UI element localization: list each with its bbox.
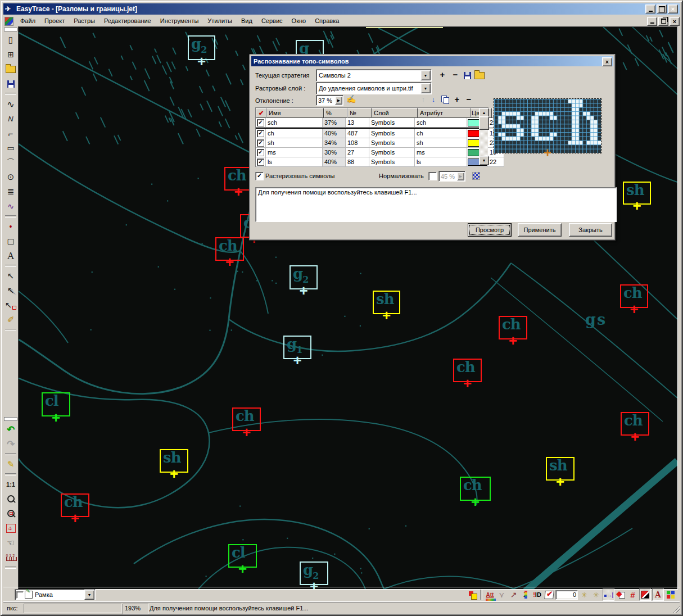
normalize-checkbox[interactable] <box>428 172 437 180</box>
symbol-marker-ch[interactable]: ch+ <box>215 237 244 261</box>
normalize-spinner[interactable]: 45 % ▶ <box>438 171 465 182</box>
style-brush-icon[interactable]: ✐ <box>4 313 17 327</box>
symbol-marker-ch[interactable]: ch+ <box>499 316 527 339</box>
maximize-button[interactable] <box>657 4 667 13</box>
step-line-tool-icon[interactable]: ⌐ <box>4 126 17 140</box>
symbol-marker-sh[interactable]: sh+ <box>160 449 188 473</box>
table-row[interactable]: ✓ls40%88Symbolsls22 <box>256 157 488 167</box>
symbol-marker-ch[interactable]: ch+ <box>61 493 89 517</box>
cell-count[interactable]: 88 <box>346 157 369 167</box>
cell-attribute[interactable]: ch <box>415 129 467 138</box>
cell-name[interactable]: ch <box>266 129 323 138</box>
cell-count[interactable]: 108 <box>346 138 369 148</box>
table-row[interactable]: ✓sch37%13Symbolssch23 <box>256 118 488 129</box>
column-header[interactable]: Атрибут <box>418 108 471 118</box>
menu-item-file[interactable]: Файл <box>16 16 40 26</box>
symbol-marker-ch[interactable]: ch+ <box>621 412 649 436</box>
minimize-button[interactable] <box>645 4 655 13</box>
circle-tool-icon[interactable]: ⊙ <box>4 170 17 184</box>
layer-colors-icon[interactable] <box>665 589 676 600</box>
menu-item-rasters[interactable]: Растры <box>69 16 99 26</box>
new-doc-icon[interactable]: ▯ <box>4 33 17 47</box>
attributes-icon[interactable]: Att <box>485 589 495 600</box>
count-field[interactable]: 0 <box>555 589 578 600</box>
symbol-marker-sh[interactable]: sh+ <box>623 182 651 205</box>
symbol-marker-cl[interactable]: cl+ <box>42 392 70 416</box>
cell-attribute[interactable]: sh <box>415 138 467 148</box>
table-row[interactable]: ✓ch40%487Symbolsch19 <box>256 129 488 138</box>
chevron-down-icon[interactable]: ▼ <box>84 590 94 600</box>
invert-colors-icon[interactable] <box>639 588 651 601</box>
cell-attribute[interactable]: sch <box>415 118 467 128</box>
check-all-icon[interactable]: ✔ <box>256 108 266 118</box>
cell-attribute[interactable]: ms <box>415 148 467 157</box>
deviation-spinner[interactable]: 37 % ▶ <box>316 95 343 106</box>
polyline-tool-icon[interactable]: N <box>4 112 17 125</box>
column-header[interactable]: Имя <box>266 108 324 118</box>
zoom-window-tool-icon[interactable] <box>4 507 17 520</box>
multi-select-tool-icon[interactable]: ↖ <box>4 284 17 297</box>
close-button[interactable]: × <box>668 4 678 13</box>
menu-item-window[interactable]: Окно <box>287 16 311 26</box>
cell-name[interactable]: ls <box>266 157 323 167</box>
cell-deviation[interactable]: 34% <box>323 138 346 148</box>
table-scrollbar[interactable]: ▲ ▼ <box>479 108 488 165</box>
symbol-up-button[interactable]: ↑ <box>418 94 428 104</box>
column-header[interactable]: № <box>347 108 372 118</box>
open-strategy-icon[interactable] <box>474 70 485 80</box>
column-header[interactable]: % <box>324 108 347 118</box>
wand-off-icon[interactable]: ✳ <box>591 589 601 600</box>
ruler-icon[interactable]: 0 1 2 <box>4 551 17 564</box>
menu-item-view[interactable]: Вид <box>237 16 257 26</box>
cell-layer[interactable]: Symbols <box>369 138 415 148</box>
symbol-marker-g[interactable]: g2+ <box>290 265 318 289</box>
mdi-minimize-button[interactable] <box>647 17 657 26</box>
open-icon[interactable] <box>4 62 17 76</box>
grid-icon[interactable]: # <box>627 589 638 600</box>
rasterize-checkbox[interactable]: ✓ <box>255 172 264 180</box>
move-arrow-icon[interactable]: ↗ <box>508 589 519 600</box>
cell-name[interactable]: sh <box>266 138 323 148</box>
cell-count[interactable]: 487 <box>346 129 369 138</box>
raster-layer-combo[interactable]: До удаления символов и штри.tif ▼ <box>316 82 432 94</box>
dialog-close-button[interactable]: × <box>602 57 612 66</box>
snap-mode-icon[interactable]: →| <box>603 588 614 601</box>
menu-item-service[interactable]: Сервис <box>257 16 287 26</box>
clear-selection-icon[interactable] <box>616 589 626 600</box>
menu-item-utilities[interactable]: Утилиты <box>203 16 237 26</box>
cell-attribute[interactable]: ls <box>415 157 467 167</box>
zoom-tool-icon[interactable] <box>4 492 17 506</box>
mdi-restore-button[interactable] <box>658 17 668 26</box>
wand-icon[interactable]: ✳ <box>579 589 590 600</box>
symbol-marker-ch[interactable]: ch+ <box>453 359 482 382</box>
shapes-tool-icon[interactable]: ▢ <box>4 234 17 248</box>
cell-deviation[interactable]: 40% <box>323 129 346 138</box>
cell-deviation[interactable]: 40% <box>323 157 346 167</box>
symbol-marker-ch[interactable]: ch+ <box>460 477 491 501</box>
menu-item-help[interactable]: Справка <box>310 16 343 26</box>
save-icon[interactable] <box>4 77 17 90</box>
pick-deviation-icon[interactable]: ✍ <box>346 94 356 104</box>
curve-tool-icon[interactable]: ∿ <box>4 97 17 111</box>
scroll-down-icon[interactable]: ▼ <box>479 156 489 165</box>
pan-tool-icon[interactable]: ☜ <box>4 536 17 550</box>
table-row[interactable]: ✓ms30%27Symbolsms19 <box>256 148 488 157</box>
close-dialog-button[interactable]: Закрыть <box>569 223 612 237</box>
spline-color-tool-icon[interactable]: ∿ <box>4 200 17 213</box>
id-icon[interactable]: !ID <box>532 589 542 600</box>
add-strategy-button[interactable]: + <box>437 69 447 79</box>
cell-size[interactable]: 22 <box>488 157 504 167</box>
symbol-marker-cl[interactable]: cl+ <box>228 544 257 568</box>
symbol-marker-ch[interactable]: ch+ <box>620 284 648 308</box>
menu-item-editing[interactable]: Редактирование <box>99 16 156 26</box>
cell-layer[interactable]: Symbols <box>369 118 415 128</box>
rect-tool-icon[interactable]: ▭ <box>4 141 17 155</box>
row-checkbox[interactable]: ✓ <box>256 148 266 157</box>
save-strategy-icon[interactable] <box>462 70 472 80</box>
overlay-squares-icon[interactable] <box>467 589 478 600</box>
menu-item-tools[interactable]: Инструменты <box>156 16 203 26</box>
select-tool-icon[interactable]: ↖ <box>4 269 17 283</box>
z-colors-icon[interactable]: Z <box>520 589 531 600</box>
text-tool-icon[interactable]: A <box>4 249 17 262</box>
symbol-marker-g[interactable]: g1+ <box>283 336 311 359</box>
